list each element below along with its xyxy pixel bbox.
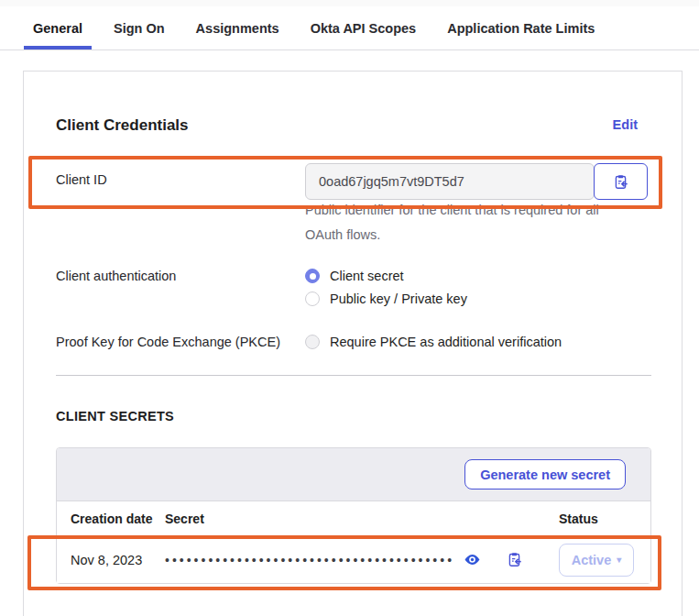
pkce-label: Proof Key for Code Exchange (PKCE) — [56, 335, 280, 349]
copy-icon — [507, 552, 522, 567]
copy-secret-button[interactable] — [507, 552, 522, 567]
secret-creation-date: Nov 8, 2023 — [57, 553, 165, 567]
client-secrets-table: Generate new secret Creation date Secret… — [56, 447, 651, 584]
status-badge: Active — [572, 553, 612, 567]
tab-assignments[interactable]: Assignments — [187, 6, 289, 50]
client-id-input[interactable] — [305, 163, 595, 200]
radio-public-key[interactable] — [305, 292, 320, 306]
copy-icon — [613, 174, 628, 190]
copy-client-id-button[interactable] — [594, 163, 648, 200]
radio-client-secret[interactable] — [305, 269, 320, 283]
table-header-row: Creation date Secret Status — [57, 500, 650, 536]
page-top-strip — [0, 0, 699, 6]
radio-client-secret-label: Client secret — [330, 269, 404, 283]
client-credentials-card: Client Credentials Edit Client ID Public… — [23, 71, 683, 616]
pkce-option-label: Require PKCE as additional verification — [330, 335, 562, 349]
status-cell: Active ▾ — [559, 544, 650, 577]
client-id-label: Client ID — [56, 172, 107, 187]
generate-new-secret-button[interactable]: Generate new secret — [464, 459, 626, 490]
secret-status-dropdown[interactable]: Active ▾ — [559, 544, 634, 577]
tab-general[interactable]: General — [24, 6, 92, 50]
client-id-help-text: Public identifier for the client that is… — [305, 198, 617, 248]
pkce-checkbox[interactable] — [305, 335, 320, 349]
client-authentication-label: Client authentication — [56, 269, 176, 283]
pkce-option-row: Require PKCE as additional verification — [305, 332, 562, 352]
column-header-status: Status — [559, 512, 650, 526]
column-header-creation-date: Creation date — [57, 512, 165, 526]
column-header-secret: Secret — [165, 512, 559, 526]
table-row: Nov 8, 2023 ••••••••••••••••••••••••••••… — [57, 536, 650, 583]
tab-application-rate-limits[interactable]: Application Rate Limits — [438, 6, 604, 50]
tab-okta-api-scopes[interactable]: Okta API Scopes — [301, 6, 426, 50]
eye-icon — [464, 551, 481, 568]
radio-option-public-key: Public key / Private key — [305, 289, 467, 309]
edit-link[interactable]: Edit — [613, 117, 638, 132]
reveal-secret-button[interactable] — [464, 551, 481, 568]
chevron-down-icon: ▾ — [617, 556, 621, 565]
client-secrets-title: CLIENT SECRETS — [56, 409, 174, 424]
radio-public-key-label: Public key / Private key — [330, 292, 467, 306]
okta-app-settings-page: General Sign On Assignments Okta API Sco… — [0, 0, 699, 616]
section-title: Client Credentials — [56, 116, 189, 135]
table-toolbar: Generate new secret — [57, 448, 650, 500]
section-divider — [56, 375, 651, 376]
radio-option-client-secret: Client secret — [305, 266, 404, 286]
tab-sign-on[interactable]: Sign On — [104, 6, 174, 50]
masked-secret-value: •••••••••••••••••••••••••••••••••••••••• — [165, 553, 460, 567]
tab-bar: General Sign On Assignments Okta API Sco… — [0, 6, 699, 50]
secret-cell: •••••••••••••••••••••••••••••••••••••••• — [165, 551, 559, 568]
